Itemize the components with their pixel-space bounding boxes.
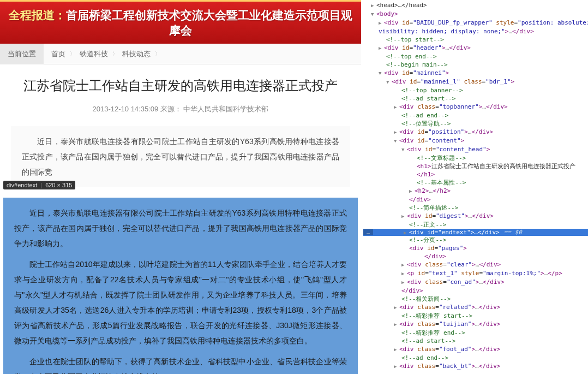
endtext-highlight-overlay: 近日，泰兴市航联电连接器有限公司院士工作站自主研发的Y63系列高铁用特种电连接器… xyxy=(3,198,358,374)
dom-node[interactable]: visibility: hidden; display: none;">…</d… xyxy=(363,27,588,35)
tooltip-selector: div#endtext xyxy=(7,182,37,188)
dom-comment[interactable]: <!--简单描述--> xyxy=(363,204,588,212)
source-label: 来源： xyxy=(160,105,182,113)
devtools-elements-panel[interactable]: ▶<head>…</head> ▼<body> ▶<div id="BAIDU_… xyxy=(361,0,588,374)
crumb-tech[interactable]: 科技动态 xyxy=(122,49,151,59)
crumb-rail[interactable]: 铁道科技 xyxy=(80,49,108,59)
dom-node[interactable]: ▶<div id="position">…</div> xyxy=(363,128,588,136)
dom-comment[interactable]: <!--ad end--> xyxy=(363,354,588,362)
article-datetime: 2013-12-10 14:35:09 xyxy=(93,105,159,113)
dom-comment[interactable]: <!--位置导航--> xyxy=(363,120,588,128)
dom-comment[interactable]: <!--top end--> xyxy=(363,52,588,61)
dom-node[interactable]: </h1> xyxy=(363,170,588,179)
dom-node[interactable]: ▼<div id="mainnei"> xyxy=(363,69,588,78)
digest-text: 近日，泰兴市航联电连接器有限公司院士工作站自主研发的Y63系列高铁用特种电连接器… xyxy=(22,134,339,180)
dom-node[interactable]: ▶<div id="digest">…</div> xyxy=(363,212,588,221)
dom-node[interactable]: ▼<div id="content"> xyxy=(363,136,588,145)
dom-node[interactable]: </div> xyxy=(363,252,588,260)
dom-node[interactable]: ▶<div class="foot_ad">…</div> xyxy=(363,345,588,354)
dom-node[interactable]: </div> xyxy=(363,195,588,204)
dom-comment[interactable]: <!--ad end--> xyxy=(363,111,588,120)
banner-prefix: 全程报道： xyxy=(9,9,66,21)
article-source: 中华人民共和国科学技术部 xyxy=(183,105,268,113)
dom-comment[interactable]: <!--top start--> xyxy=(363,35,588,44)
dom-comment[interactable]: <!--文章标题--> xyxy=(363,154,588,162)
top-banner: 全程报道：首届桥梁工程创新技术交流大会暨工业化建造示范项目观摩会 xyxy=(0,0,361,44)
article-meta: 2013-12-10 14:35:09 来源： 中华人民共和国科学技术部 xyxy=(11,104,350,114)
banner-text: 全程报道：首届桥梁工程创新技术交流大会暨工业化建造示范项目观摩会 xyxy=(8,8,353,38)
element-dimension-tooltip: div#endtext | 620 × 315 xyxy=(3,181,75,189)
dom-node[interactable]: ▶<div id="header">…</div> xyxy=(363,44,588,52)
dom-node[interactable]: ▼<div id="content_head"> xyxy=(363,145,588,154)
article-title: 江苏省院士工作站自主研发的高铁用电连接器正式投产 xyxy=(11,76,350,96)
chevron-right-icon: 〉 xyxy=(70,50,75,58)
dom-comment[interactable]: <!--ad start--> xyxy=(363,337,588,345)
dom-comment[interactable]: <!--基本属性--> xyxy=(363,179,588,187)
dom-comment[interactable]: <!--分页--> xyxy=(363,236,588,244)
dom-node[interactable]: ▶<div class="topbanner">…</div> xyxy=(363,103,588,111)
chevron-right-icon: 〉 xyxy=(112,50,118,58)
chevron-right-icon: 〉 xyxy=(155,50,160,58)
breadcrumb-bar: 当前位置 首页 〉 铁道科技 〉 科技动态 〉 xyxy=(0,44,361,64)
dom-node[interactable]: ▶<div class="tuijian">…</div> xyxy=(363,320,588,329)
dom-node[interactable]: ▶<div id="BAIDU_DUP_fp_wrapper" style="p… xyxy=(363,19,588,27)
dom-node[interactable]: ▶<head>…</head> xyxy=(363,1,588,10)
dom-node[interactable]: ▶<div class="back_bt">…</div> xyxy=(363,362,588,371)
dom-node[interactable]: ▶<div class="clear">…</div> xyxy=(363,260,588,269)
tooltip-dims: 620 × 315 xyxy=(45,182,72,188)
endtext-p3: 企业也在院士团队的帮助下，获得了高新技术企业、省科技型中小企业、省民营科技企业等… xyxy=(14,354,347,374)
dom-selected-node[interactable]: … ▶<div id="endtext">…</div>== $0 xyxy=(363,229,588,236)
article-content: 江苏省院士工作站自主研发的高铁用电连接器正式投产 2013-12-10 14:3… xyxy=(0,64,361,187)
dom-node[interactable]: ▼<div id="mainnei_l" class="bdr_1"> xyxy=(363,78,588,86)
digest-box: 近日，泰兴市航联电连接器有限公司院士工作站自主研发的Y63系列高铁用特种电连接器… xyxy=(11,126,350,187)
dom-comment[interactable]: <!--精彩推荐 start--> xyxy=(363,312,588,320)
dom-node[interactable]: ▼<body> xyxy=(363,10,588,19)
dom-node[interactable]: ▶<h2>…</h2> xyxy=(363,187,588,195)
dom-node[interactable]: <div id="pages"> xyxy=(363,244,588,252)
dom-node[interactable]: <h1>江苏省院士工作站自主研发的高铁用电连接器正式投产 xyxy=(363,162,588,170)
dom-node[interactable]: ▶<div class="related">…</div> xyxy=(363,303,588,312)
endtext-p2: 院士工作站自2010年建成以来，以叶培建院士为首的11人专家团队牵手企业，结合培… xyxy=(14,257,347,348)
dom-comment[interactable]: <!--ad start--> xyxy=(363,94,588,103)
dom-comment[interactable]: <!--begin main--> xyxy=(363,61,588,69)
dom-comment[interactable]: <!--top banner--> xyxy=(363,86,588,94)
app-window: 全程报道：首届桥梁工程创新技术交流大会暨工业化建造示范项目观摩会 当前位置 首页… xyxy=(0,0,588,374)
dom-comment[interactable]: <!--正文--> xyxy=(363,221,588,229)
dom-comment[interactable]: <!--精彩推荐 end--> xyxy=(363,329,588,337)
dom-node[interactable]: ▶<div class="con_ad">…</div> xyxy=(363,278,588,287)
content-pane: 全程报道：首届桥梁工程创新技术交流大会暨工业化建造示范项目观摩会 当前位置 首页… xyxy=(0,0,361,374)
position-label: 当前位置 xyxy=(0,44,44,64)
dom-comment[interactable]: <!--相关新闻--> xyxy=(363,295,588,303)
breadcrumb: 首页 〉 铁道科技 〉 科技动态 〉 xyxy=(44,49,165,59)
dom-node[interactable]: </div> xyxy=(363,287,588,295)
crumb-home[interactable]: 首页 xyxy=(51,49,65,59)
tooltip-sep: | xyxy=(40,182,42,188)
banner-main-text: 首届桥梁工程创新技术交流大会暨工业化建造示范项目观摩会 xyxy=(66,9,352,36)
selection-marker: … xyxy=(363,229,373,235)
dom-node[interactable]: ▶<p id="text_1" style="margin-top:1%;">…… xyxy=(363,269,588,278)
endtext-p1: 近日，泰兴市航联电连接器有限公司院士工作站自主研发的Y63系列高铁用特种电连接器… xyxy=(14,205,347,251)
